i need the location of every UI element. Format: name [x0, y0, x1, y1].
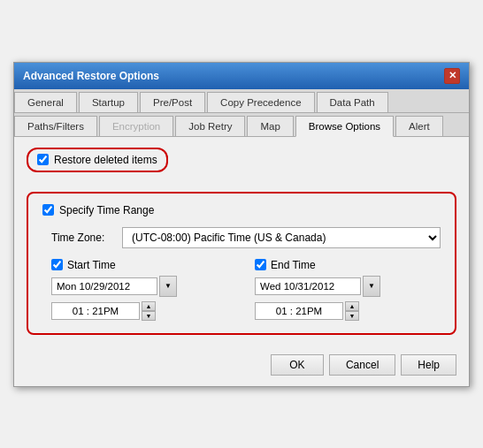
timezone-label: Time Zone:: [51, 232, 122, 244]
end-time-checkbox[interactable]: [255, 259, 266, 270]
start-time-field-row: ▲ ▼: [51, 301, 237, 321]
start-time-group: Start Time ▼ ▲: [51, 259, 237, 321]
start-time-header: Start Time: [51, 259, 237, 271]
time-range-box: Specify Time Range Time Zone: (UTC-08:00…: [27, 192, 456, 335]
restore-deleted-label[interactable]: Restore deleted items: [27, 148, 168, 172]
tabs-row1: General Startup Pre/Post Copy Precedence…: [14, 89, 469, 113]
spin-up-icon: ▲: [146, 303, 152, 309]
tab-job-retry[interactable]: Job Retry: [175, 116, 245, 136]
specify-time-label: Specify Time Range: [59, 204, 154, 216]
date-time-section: Start Time ▼ ▲: [42, 259, 441, 321]
start-time-input[interactable]: [51, 302, 140, 320]
tab-encryption[interactable]: Encryption: [99, 116, 173, 136]
tab-data-path[interactable]: Data Path: [317, 92, 388, 112]
dialog: Advanced Restore Options ✕ General Start…: [13, 62, 470, 387]
tab-map[interactable]: Map: [247, 116, 293, 136]
dropdown-arrow-icon: ▼: [165, 282, 172, 290]
tab-paths-filters[interactable]: Paths/Filters: [14, 116, 97, 136]
timezone-row: Time Zone: (UTC-08:00) Pacific Time (US …: [42, 227, 441, 248]
end-time-label: End Time: [271, 259, 316, 271]
end-spin-down-icon: ▼: [349, 313, 356, 319]
end-time-input[interactable]: [255, 302, 343, 320]
start-time-input-container: ▲ ▼: [51, 301, 156, 321]
help-button[interactable]: Help: [401, 354, 456, 376]
end-time-header: End Time: [255, 259, 441, 271]
start-date-input[interactable]: [51, 277, 157, 295]
tabs-row2: Paths/Filters Encryption Job Retry Map B…: [14, 113, 469, 137]
end-date-input[interactable]: [255, 277, 361, 295]
start-time-label: Start Time: [67, 259, 116, 271]
content-area: Restore deleted items Specify Time Range…: [14, 137, 469, 345]
start-date-row: ▼: [51, 276, 237, 297]
restore-deleted-checkbox[interactable]: [37, 154, 49, 165]
tab-prepost[interactable]: Pre/Post: [140, 92, 205, 112]
end-time-spin: ▲ ▼: [345, 301, 359, 321]
end-time-spin-down[interactable]: ▼: [345, 311, 359, 321]
start-time-spin-up[interactable]: ▲: [142, 301, 156, 311]
footer: OK Cancel Help: [14, 345, 469, 386]
tab-copy-precedence[interactable]: Copy Precedence: [207, 92, 314, 112]
end-spin-up-icon: ▲: [349, 303, 356, 309]
start-date-dropdown-button[interactable]: ▼: [159, 276, 177, 297]
tab-startup[interactable]: Startup: [79, 92, 138, 112]
close-button[interactable]: ✕: [444, 68, 460, 84]
tab-general[interactable]: General: [14, 92, 77, 112]
start-time-checkbox[interactable]: [51, 259, 63, 270]
tab-alert[interactable]: Alert: [395, 116, 443, 136]
start-time-spin-down[interactable]: ▼: [142, 311, 156, 321]
end-time-input-container: ▲ ▼: [255, 301, 359, 321]
tab-browse-options[interactable]: Browse Options: [295, 116, 394, 137]
start-time-spin: ▲ ▼: [142, 301, 156, 321]
end-date-dropdown-button[interactable]: ▼: [363, 276, 380, 297]
specify-time-checkbox[interactable]: [42, 204, 54, 216]
spin-down-icon: ▼: [146, 313, 152, 319]
end-time-field-row: ▲ ▼: [255, 301, 441, 321]
end-dropdown-arrow-icon: ▼: [368, 282, 375, 290]
dialog-title: Advanced Restore Options: [23, 70, 159, 82]
specify-time-row: Specify Time Range: [42, 204, 441, 216]
end-date-row: ▼: [255, 276, 441, 297]
restore-deleted-text: Restore deleted items: [54, 154, 157, 166]
timezone-select[interactable]: (UTC-08:00) Pacific Time (US & Canada): [122, 227, 441, 248]
ok-button[interactable]: OK: [271, 354, 324, 376]
title-bar: Advanced Restore Options ✕: [14, 63, 469, 89]
cancel-button[interactable]: Cancel: [329, 354, 395, 376]
end-time-group: End Time ▼ ▲: [255, 259, 441, 321]
end-time-spin-up[interactable]: ▲: [345, 301, 359, 311]
